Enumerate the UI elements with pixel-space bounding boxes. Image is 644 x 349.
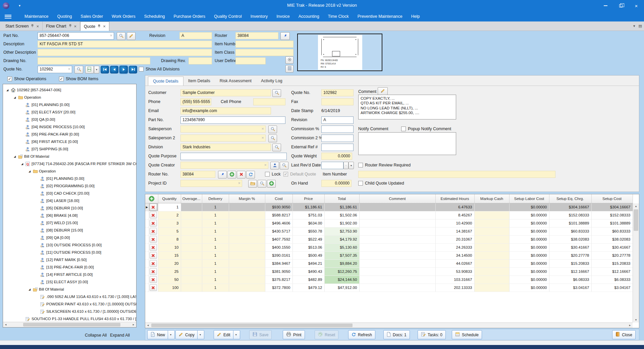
cell-comment[interactable] bbox=[359, 267, 435, 276]
quote-weight-field[interactable]: 0.0000 bbox=[321, 153, 352, 160]
nav-previous-button[interactable] bbox=[110, 66, 118, 73]
tree-node[interactable]: [03] QA [0.00] bbox=[3, 116, 136, 123]
tree-node[interactable]: [08] DEBURR [15.00] bbox=[3, 227, 136, 234]
cell-qty[interactable]: 25 bbox=[158, 267, 181, 276]
comment-edit-button[interactable] bbox=[378, 87, 388, 95]
tree-horizontal-scrollbar[interactable]: ◂ ▸ bbox=[3, 322, 136, 327]
cell-overage[interactable] bbox=[181, 251, 202, 259]
tree-node[interactable]: [05] DEBURR [10.00] bbox=[3, 204, 136, 212]
dropdown-caret-icon[interactable]: ▾ bbox=[168, 331, 171, 339]
cell-markup[interactable] bbox=[474, 243, 509, 251]
project-add-button[interactable] bbox=[267, 180, 276, 188]
router-refresh-button[interactable] bbox=[246, 171, 255, 179]
cell-overage[interactable] bbox=[181, 235, 202, 243]
menu-item-scheduling[interactable]: Scheduling bbox=[140, 11, 169, 21]
delete-row-button[interactable] bbox=[150, 212, 157, 218]
close-tab-icon[interactable]: × bbox=[74, 24, 77, 29]
rfq-dropdown-button[interactable]: ▾ bbox=[94, 66, 99, 73]
tree-node[interactable]: [06] BRAKE [4.08] bbox=[3, 212, 136, 219]
cell-margin[interactable] bbox=[229, 251, 265, 259]
cell-total[interactable]: $12,260.75 bbox=[324, 267, 359, 276]
delete-row-button[interactable] bbox=[150, 276, 157, 283]
tree-node[interactable]: [07] WELD [15.00] bbox=[3, 219, 136, 227]
cell-overage[interactable] bbox=[181, 211, 202, 219]
grid-vertical-scrollbar[interactable]: ▴ ▾ bbox=[633, 203, 639, 322]
grid-header-setup-labor-cost[interactable]: Setup Labor Cost bbox=[509, 194, 549, 203]
cell-qty[interactable]: 2 bbox=[158, 211, 181, 219]
cell-cost[interactable]: $375.8217 bbox=[265, 276, 292, 284]
collapse-all-link[interactable]: Collapse All bbox=[85, 333, 107, 338]
cell-total[interactable]: $1,502.06 bbox=[324, 211, 359, 219]
menu-item-accounting[interactable]: Accounting bbox=[294, 11, 324, 21]
tree-node[interactable]: [09] QA [0.00] bbox=[3, 234, 136, 241]
delete-row-button[interactable] bbox=[150, 268, 157, 275]
detail-tab-quote-details[interactable]: Quote Details bbox=[148, 77, 183, 86]
cell-est_hours[interactable]: 103.31667 bbox=[435, 276, 474, 284]
cell-margin[interactable] bbox=[229, 284, 265, 292]
scrollbar-thumb[interactable] bbox=[23, 323, 120, 327]
cell-markup[interactable] bbox=[474, 267, 509, 276]
clear-icon[interactable]: × bbox=[261, 136, 264, 140]
tree-node[interactable]: [04] LASER [18.00] bbox=[3, 197, 136, 204]
add-row-button[interactable] bbox=[148, 195, 155, 202]
cell-comment[interactable] bbox=[359, 243, 435, 251]
external-ref-field[interactable] bbox=[321, 144, 354, 151]
cell-setup_eq[interactable]: $20.27778 bbox=[549, 251, 591, 259]
tree-node[interactable]: [02] ELECT ASSY [20.00] bbox=[3, 108, 136, 116]
new-button[interactable]: New▾ bbox=[147, 330, 175, 339]
cell-price[interactable]: $500.49 bbox=[292, 251, 324, 259]
copy-button[interactable]: Copy▾ bbox=[175, 330, 204, 339]
expander-icon[interactable]: ◢ bbox=[29, 288, 33, 291]
cell-qty[interactable]: 15 bbox=[158, 251, 181, 259]
scroll-down-icon[interactable]: ▾ bbox=[633, 317, 639, 322]
menu-item-quoting[interactable]: Quoting bbox=[53, 11, 76, 21]
child-quote-checkbox[interactable] bbox=[358, 181, 363, 186]
expand-all-link[interactable]: Expand All bbox=[110, 333, 130, 338]
grid-header-cost[interactable]: Cost bbox=[265, 194, 292, 203]
cell-setup_eq[interactable]: $6.08333 bbox=[549, 276, 591, 284]
table-row[interactable]: 31$496.4606$634.00$1,902.0010.42900$0.00… bbox=[145, 219, 633, 227]
grid-horizontal-scrollbar[interactable]: ◂ ▸ bbox=[145, 322, 633, 328]
cell-markup[interactable] bbox=[474, 284, 509, 292]
cell-cost[interactable]: $407.7592 bbox=[265, 235, 292, 243]
menu-item-help[interactable]: Help bbox=[407, 11, 424, 21]
cell-phone-field[interactable] bbox=[253, 98, 285, 105]
minimize-button[interactable] bbox=[598, 0, 613, 11]
cell-total[interactable]: $47,912.00 bbox=[324, 284, 359, 292]
cell-comment[interactable] bbox=[359, 203, 435, 211]
delete-row-button[interactable] bbox=[150, 260, 157, 267]
drawing-no-field[interactable] bbox=[38, 57, 150, 64]
pin-icon[interactable] bbox=[98, 24, 101, 29]
quote-creator-search-button[interactable] bbox=[280, 162, 288, 169]
cell-overage[interactable] bbox=[181, 219, 202, 227]
nav-first-button[interactable] bbox=[101, 66, 109, 73]
cell-est_hours[interactable]: 44.02667 bbox=[435, 259, 474, 267]
cell-price[interactable]: $490.43 bbox=[292, 267, 324, 276]
description-field[interactable]: KIT FASCIA FR STD ST bbox=[38, 41, 212, 48]
menu-item-quality-control[interactable]: Quality Control bbox=[210, 11, 246, 21]
dropdown-caret-icon[interactable]: ▾ bbox=[197, 331, 201, 339]
cell-cost[interactable]: $390.0161 bbox=[265, 251, 292, 259]
item-class-field[interactable] bbox=[235, 49, 293, 56]
cell-delivery[interactable]: 1 bbox=[202, 267, 229, 276]
cell-setup_cost[interactable]: $20.27778 bbox=[591, 251, 633, 259]
cell-price[interactable]: $479.12 bbox=[292, 284, 324, 292]
cell-comment[interactable] bbox=[359, 276, 435, 284]
tree-node[interactable]: ◢Operation bbox=[3, 167, 136, 175]
cell-comment[interactable] bbox=[359, 235, 435, 243]
phone-field[interactable]: (555) 555-5555 bbox=[180, 98, 211, 105]
cell-margin[interactable] bbox=[229, 235, 265, 243]
cell-qty[interactable]: 100 bbox=[158, 284, 181, 292]
grid-header-comment[interactable]: Comment bbox=[359, 194, 435, 203]
cell-delivery[interactable]: 1 bbox=[202, 276, 229, 284]
pin-icon[interactable] bbox=[69, 24, 72, 29]
grid-header-price[interactable]: Price bbox=[292, 194, 324, 203]
menu-item-invoice[interactable]: Invoice bbox=[272, 11, 294, 21]
tree-node[interactable]: ◢102982 [857-256447-006] bbox=[3, 86, 136, 94]
part-edit-button[interactable] bbox=[127, 32, 136, 40]
table-row[interactable]: 51$430.5717$550.78$2,753.9014.38167$0.00… bbox=[145, 227, 633, 235]
nav-last-button[interactable] bbox=[129, 66, 137, 73]
qd-item-number-field[interactable] bbox=[358, 171, 555, 178]
quote-no-field[interactable]: 102982× bbox=[38, 66, 72, 73]
grid-header-total[interactable]: Total bbox=[324, 194, 359, 203]
